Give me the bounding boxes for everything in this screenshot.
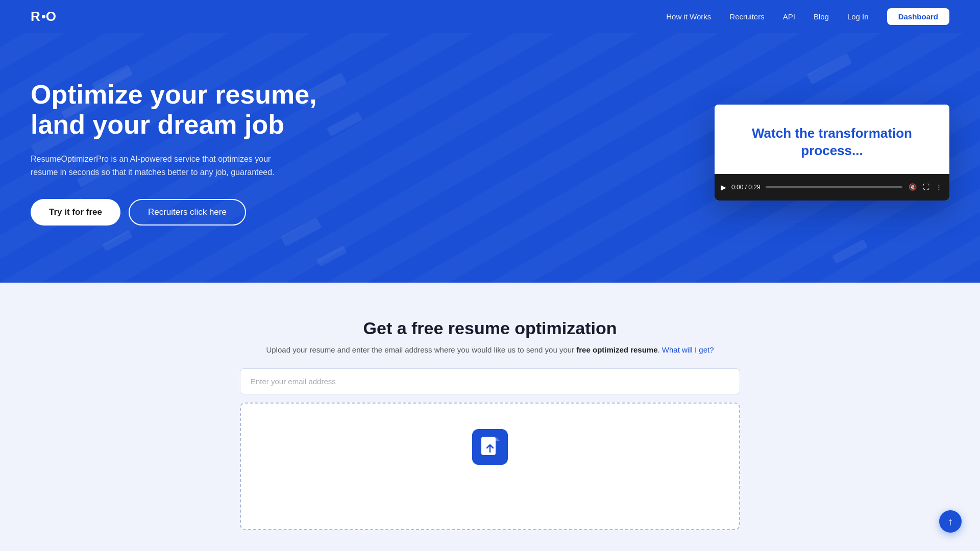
upload-area[interactable] (240, 403, 740, 530)
what-will-i-get-link[interactable]: What will I get? (662, 345, 714, 354)
logo-dot (42, 15, 45, 18)
try-free-button[interactable]: Try it for free (31, 199, 120, 226)
video-player-bar: ▶ 0:00 / 0:29 🔇 ⛶ ⋮ (715, 174, 949, 201)
navbar: RO How it Works Recruiters API Blog Log … (0, 0, 980, 33)
nav-blog[interactable]: Blog (814, 12, 829, 21)
video-fullscreen-button[interactable]: ⛶ (922, 182, 930, 192)
bottom-title: Get a free resume optimization (31, 318, 949, 338)
svg-marker-2 (496, 437, 500, 441)
video-watch-text: Watch the transformation process... (725, 125, 939, 160)
video-more-button[interactable]: ⋮ (935, 182, 943, 192)
dashboard-button[interactable]: Dashboard (887, 8, 949, 25)
email-input[interactable] (240, 368, 740, 394)
video-card: Watch the transformation process... ▶ 0:… (715, 105, 949, 201)
nav-api[interactable]: API (783, 12, 795, 21)
nav-recruiters[interactable]: Recruiters (729, 12, 764, 21)
bottom-desc-before: Upload your resume and enter the email a… (266, 345, 576, 354)
hero-title: Optimize your resume, land your dream jo… (31, 80, 347, 141)
video-mute-button[interactable]: 🔇 (908, 182, 918, 192)
video-controls-right: 🔇 ⛶ ⋮ (908, 182, 943, 192)
logo: RO (31, 9, 57, 24)
hero-section: Optimize your resume, land your dream jo… (0, 33, 980, 283)
bottom-desc-bold: free optimized resume (576, 345, 657, 354)
hero-right: Watch the transformation process... ▶ 0:… (715, 105, 949, 201)
email-input-wrapper (240, 368, 740, 394)
video-play-button[interactable]: ▶ (721, 183, 726, 191)
hero-description: ResumeOptimizerPro is an AI-powered serv… (31, 153, 276, 179)
bottom-section: Get a free resume optimization Upload yo… (0, 283, 980, 551)
bottom-desc-after: . (658, 345, 660, 354)
upload-icon-wrap (472, 429, 508, 465)
video-content: Watch the transformation process... (715, 105, 949, 174)
nav-links: How it Works Recruiters API Blog Log In … (666, 8, 949, 25)
nav-how-it-works[interactable]: How it Works (666, 12, 711, 21)
upload-file-icon (480, 436, 500, 458)
recruiters-click-here-button[interactable]: Recruiters click here (129, 199, 246, 226)
scroll-to-top-button[interactable]: ↑ (939, 510, 962, 533)
video-time: 0:00 / 0:29 (731, 184, 761, 191)
video-progress-bar[interactable] (766, 186, 902, 188)
bottom-description: Upload your resume and enter the email a… (31, 345, 949, 354)
hero-left: Optimize your resume, land your dream jo… (31, 80, 347, 226)
nav-login[interactable]: Log In (847, 12, 869, 21)
hero-buttons: Try it for free Recruiters click here (31, 199, 347, 226)
